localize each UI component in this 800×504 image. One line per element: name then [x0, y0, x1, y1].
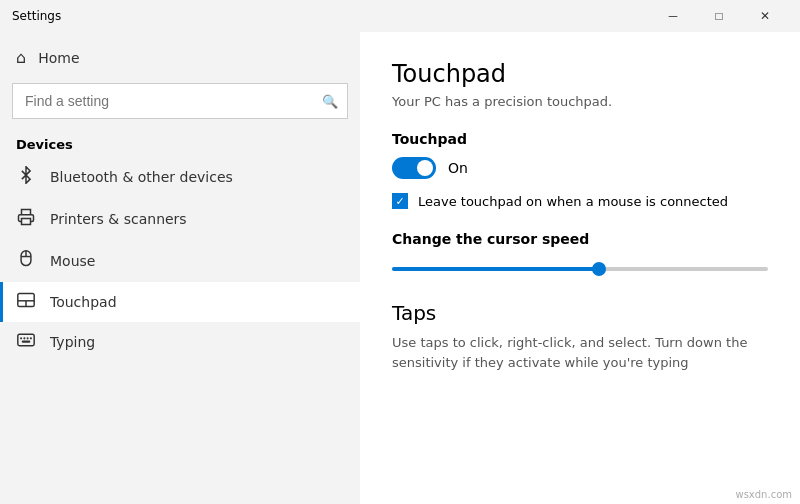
- home-label: Home: [38, 50, 79, 66]
- sidebar: ⌂ Home 🔍 Devices Bluetooth & other devic…: [0, 32, 360, 504]
- page-title: Touchpad: [392, 60, 768, 88]
- app-body: ⌂ Home 🔍 Devices Bluetooth & other devic…: [0, 32, 800, 504]
- svg-rect-0: [22, 219, 31, 225]
- sidebar-item-mouse-label: Mouse: [50, 253, 95, 269]
- window-title: Settings: [12, 9, 650, 23]
- sidebar-item-touchpad[interactable]: Touchpad: [0, 282, 360, 322]
- sidebar-item-typing-label: Typing: [50, 334, 95, 350]
- slider-track-wrap: [392, 259, 768, 279]
- sidebar-item-home[interactable]: ⌂ Home: [0, 40, 360, 75]
- slider-fill: [392, 267, 599, 271]
- checkbox-label: Leave touchpad on when a mouse is connec…: [418, 194, 728, 209]
- sidebar-item-bluetooth[interactable]: Bluetooth & other devices: [0, 156, 360, 198]
- bluetooth-icon: [16, 166, 36, 188]
- sidebar-section-label: Devices: [0, 127, 360, 156]
- page-subtitle: Your PC has a precision touchpad.: [392, 94, 768, 109]
- taps-description: Use taps to click, right-click, and sele…: [392, 333, 768, 372]
- sidebar-item-typing[interactable]: Typing: [0, 322, 360, 361]
- touchpad-icon: [16, 292, 36, 312]
- title-bar: Settings ─ □ ✕: [0, 0, 800, 32]
- sidebar-item-bluetooth-label: Bluetooth & other devices: [50, 169, 233, 185]
- slider-section: Change the cursor speed: [392, 231, 768, 279]
- svg-rect-7: [18, 334, 34, 345]
- search-icon: 🔍: [322, 94, 338, 109]
- keyboard-icon: [16, 332, 36, 351]
- printer-icon: [16, 208, 36, 230]
- checkbox-row: ✓ Leave touchpad on when a mouse is conn…: [392, 193, 768, 209]
- leave-touchpad-checkbox[interactable]: ✓: [392, 193, 408, 209]
- watermark: wsxdn.com: [735, 489, 792, 500]
- sidebar-item-printers-label: Printers & scanners: [50, 211, 187, 227]
- window-controls: ─ □ ✕: [650, 0, 788, 32]
- minimize-button[interactable]: ─: [650, 0, 696, 32]
- sidebar-item-mouse[interactable]: Mouse: [0, 240, 360, 282]
- checkbox-check-icon: ✓: [395, 195, 404, 208]
- touchpad-section-label: Touchpad: [392, 131, 768, 147]
- close-button[interactable]: ✕: [742, 0, 788, 32]
- home-icon: ⌂: [16, 48, 26, 67]
- search-input[interactable]: [12, 83, 348, 119]
- maximize-button[interactable]: □: [696, 0, 742, 32]
- touchpad-toggle-label: On: [448, 160, 468, 176]
- mouse-icon: [16, 250, 36, 272]
- toggle-knob: [417, 160, 433, 176]
- slider-thumb[interactable]: [592, 262, 606, 276]
- slider-track[interactable]: [392, 267, 768, 271]
- slider-title: Change the cursor speed: [392, 231, 768, 247]
- touchpad-toggle[interactable]: [392, 157, 436, 179]
- sidebar-item-printers[interactable]: Printers & scanners: [0, 198, 360, 240]
- sidebar-item-touchpad-label: Touchpad: [50, 294, 117, 310]
- taps-title: Taps: [392, 301, 768, 325]
- touchpad-toggle-row: On: [392, 157, 768, 179]
- content-area: Touchpad Your PC has a precision touchpa…: [360, 32, 800, 504]
- search-box: 🔍: [12, 83, 348, 119]
